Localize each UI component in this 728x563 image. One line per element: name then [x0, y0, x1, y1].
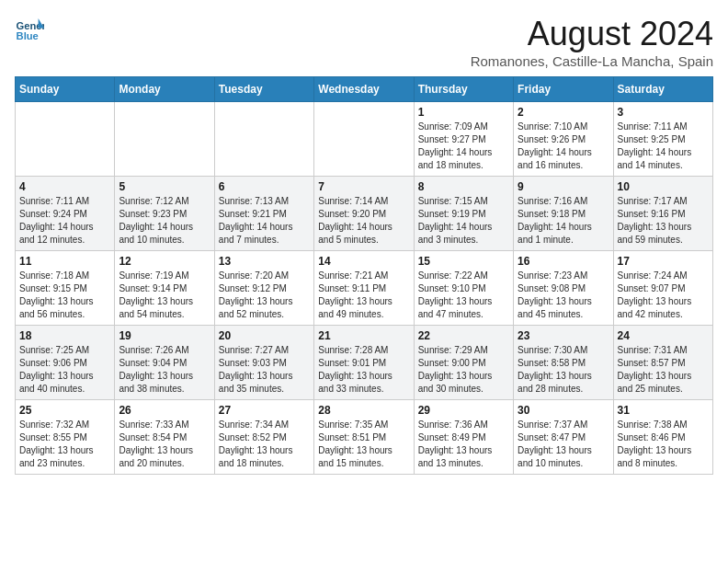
day-info: Sunrise: 7:29 AMSunset: 9:00 PMDaylight:…: [418, 344, 509, 396]
calendar-cell: 7Sunrise: 7:14 AMSunset: 9:20 PMDaylight…: [314, 177, 414, 251]
calendar-header: SundayMondayTuesdayWednesdayThursdayFrid…: [16, 77, 713, 102]
calendar-cell: 12Sunrise: 7:19 AMSunset: 9:14 PMDayligh…: [115, 251, 214, 326]
calendar-cell: 3Sunrise: 7:11 AMSunset: 9:25 PMDaylight…: [613, 102, 712, 177]
weekday-header-saturday: Saturday: [613, 77, 712, 102]
calendar-cell: 17Sunrise: 7:24 AMSunset: 9:07 PMDayligh…: [613, 251, 712, 326]
day-info: Sunrise: 7:31 AMSunset: 8:57 PMDaylight:…: [618, 344, 709, 396]
subtitle: Romanones, Castille-La Mancha, Spain: [471, 53, 713, 69]
day-info: Sunrise: 7:38 AMSunset: 8:46 PMDaylight:…: [618, 419, 709, 470]
day-number: 11: [19, 255, 110, 268]
calendar-cell: [314, 102, 414, 177]
day-number: 3: [618, 106, 709, 119]
calendar-cell: [115, 102, 214, 177]
day-number: 1: [418, 106, 509, 119]
day-info: Sunrise: 7:30 AMSunset: 8:58 PMDaylight:…: [518, 344, 609, 396]
day-number: 4: [19, 180, 110, 193]
day-info: Sunrise: 7:22 AMSunset: 9:10 PMDaylight:…: [418, 270, 509, 321]
day-info: Sunrise: 7:18 AMSunset: 9:15 PMDaylight:…: [19, 270, 110, 321]
calendar-table: SundayMondayTuesdayWednesdayThursdayFrid…: [15, 76, 713, 475]
weekday-header-row: SundayMondayTuesdayWednesdayThursdayFrid…: [16, 77, 713, 102]
day-info: Sunrise: 7:09 AMSunset: 9:27 PMDaylight:…: [418, 121, 509, 172]
day-number: 17: [618, 255, 709, 268]
day-number: 14: [318, 255, 409, 268]
calendar-cell: 23Sunrise: 7:30 AMSunset: 8:58 PMDayligh…: [514, 326, 613, 400]
calendar-cell: 27Sunrise: 7:34 AMSunset: 8:52 PMDayligh…: [214, 400, 313, 475]
calendar-cell: 19Sunrise: 7:26 AMSunset: 9:04 PMDayligh…: [115, 326, 214, 400]
day-number: 8: [418, 180, 509, 193]
calendar-cell: 15Sunrise: 7:22 AMSunset: 9:10 PMDayligh…: [414, 251, 513, 326]
day-number: 13: [219, 255, 310, 268]
day-info: Sunrise: 7:15 AMSunset: 9:19 PMDaylight:…: [418, 195, 509, 247]
day-info: Sunrise: 7:37 AMSunset: 8:47 PMDaylight:…: [518, 419, 609, 470]
day-info: Sunrise: 7:24 AMSunset: 9:07 PMDaylight:…: [618, 270, 709, 321]
day-info: Sunrise: 7:17 AMSunset: 9:16 PMDaylight:…: [618, 195, 709, 247]
logo-icon: General Blue: [15, 15, 44, 44]
day-number: 20: [219, 329, 310, 342]
calendar-cell: 30Sunrise: 7:37 AMSunset: 8:47 PMDayligh…: [514, 400, 613, 475]
day-info: Sunrise: 7:16 AMSunset: 9:18 PMDaylight:…: [518, 195, 609, 247]
day-info: Sunrise: 7:19 AMSunset: 9:14 PMDaylight:…: [119, 270, 210, 321]
calendar-body: 1Sunrise: 7:09 AMSunset: 9:27 PMDaylight…: [16, 102, 713, 475]
calendar-cell: 6Sunrise: 7:13 AMSunset: 9:21 PMDaylight…: [214, 177, 313, 251]
calendar-week-row: 18Sunrise: 7:25 AMSunset: 9:06 PMDayligh…: [16, 326, 713, 400]
title-area: August 2024 Romanones, Castille-La Manch…: [471, 15, 713, 69]
day-number: 18: [19, 329, 110, 342]
calendar-cell: 22Sunrise: 7:29 AMSunset: 9:00 PMDayligh…: [414, 326, 513, 400]
day-number: 10: [618, 180, 709, 193]
day-number: 6: [219, 180, 310, 193]
day-info: Sunrise: 7:11 AMSunset: 9:25 PMDaylight:…: [618, 121, 709, 172]
day-number: 2: [518, 106, 609, 119]
day-number: 31: [618, 404, 709, 417]
page-header: General Blue August 2024 Romanones, Cast…: [15, 15, 713, 69]
calendar-cell: 28Sunrise: 7:35 AMSunset: 8:51 PMDayligh…: [314, 400, 414, 475]
calendar-cell: 5Sunrise: 7:12 AMSunset: 9:23 PMDaylight…: [115, 177, 214, 251]
day-number: 7: [318, 180, 409, 193]
calendar-cell: 16Sunrise: 7:23 AMSunset: 9:08 PMDayligh…: [514, 251, 613, 326]
svg-text:Blue: Blue: [17, 30, 39, 41]
day-number: 25: [19, 404, 110, 417]
day-info: Sunrise: 7:27 AMSunset: 9:03 PMDaylight:…: [219, 344, 310, 396]
calendar-cell: 9Sunrise: 7:16 AMSunset: 9:18 PMDaylight…: [514, 177, 613, 251]
calendar-cell: 31Sunrise: 7:38 AMSunset: 8:46 PMDayligh…: [613, 400, 712, 475]
day-info: Sunrise: 7:32 AMSunset: 8:55 PMDaylight:…: [19, 419, 110, 470]
calendar-cell: 11Sunrise: 7:18 AMSunset: 9:15 PMDayligh…: [16, 251, 115, 326]
weekday-header-friday: Friday: [514, 77, 613, 102]
day-number: 22: [418, 329, 509, 342]
calendar-cell: [214, 102, 313, 177]
calendar-cell: 1Sunrise: 7:09 AMSunset: 9:27 PMDaylight…: [414, 102, 513, 177]
calendar-cell: 24Sunrise: 7:31 AMSunset: 8:57 PMDayligh…: [613, 326, 712, 400]
day-info: Sunrise: 7:21 AMSunset: 9:11 PMDaylight:…: [318, 270, 409, 321]
weekday-header-monday: Monday: [115, 77, 214, 102]
calendar-cell: 25Sunrise: 7:32 AMSunset: 8:55 PMDayligh…: [16, 400, 115, 475]
weekday-header-tuesday: Tuesday: [214, 77, 313, 102]
calendar-week-row: 4Sunrise: 7:11 AMSunset: 9:24 PMDaylight…: [16, 177, 713, 251]
day-number: 29: [418, 404, 509, 417]
calendar-week-row: 1Sunrise: 7:09 AMSunset: 9:27 PMDaylight…: [16, 102, 713, 177]
weekday-header-sunday: Sunday: [16, 77, 115, 102]
day-number: 24: [618, 329, 709, 342]
calendar-cell: 2Sunrise: 7:10 AMSunset: 9:26 PMDaylight…: [514, 102, 613, 177]
day-info: Sunrise: 7:20 AMSunset: 9:12 PMDaylight:…: [219, 270, 310, 321]
day-info: Sunrise: 7:10 AMSunset: 9:26 PMDaylight:…: [518, 121, 609, 172]
day-number: 30: [518, 404, 609, 417]
main-title: August 2024: [471, 15, 713, 53]
calendar-cell: 21Sunrise: 7:28 AMSunset: 9:01 PMDayligh…: [314, 326, 414, 400]
day-info: Sunrise: 7:33 AMSunset: 8:54 PMDaylight:…: [119, 419, 210, 470]
calendar-week-row: 25Sunrise: 7:32 AMSunset: 8:55 PMDayligh…: [16, 400, 713, 475]
day-info: Sunrise: 7:12 AMSunset: 9:23 PMDaylight:…: [119, 195, 210, 247]
day-info: Sunrise: 7:26 AMSunset: 9:04 PMDaylight:…: [119, 344, 210, 396]
day-info: Sunrise: 7:35 AMSunset: 8:51 PMDaylight:…: [318, 419, 409, 470]
day-info: Sunrise: 7:13 AMSunset: 9:21 PMDaylight:…: [219, 195, 310, 247]
calendar-cell: 14Sunrise: 7:21 AMSunset: 9:11 PMDayligh…: [314, 251, 414, 326]
calendar-cell: 4Sunrise: 7:11 AMSunset: 9:24 PMDaylight…: [16, 177, 115, 251]
day-number: 12: [119, 255, 210, 268]
day-info: Sunrise: 7:23 AMSunset: 9:08 PMDaylight:…: [518, 270, 609, 321]
calendar-cell: 13Sunrise: 7:20 AMSunset: 9:12 PMDayligh…: [214, 251, 313, 326]
day-number: 19: [119, 329, 210, 342]
calendar-cell: 26Sunrise: 7:33 AMSunset: 8:54 PMDayligh…: [115, 400, 214, 475]
weekday-header-wednesday: Wednesday: [314, 77, 414, 102]
calendar-cell: 8Sunrise: 7:15 AMSunset: 9:19 PMDaylight…: [414, 177, 513, 251]
weekday-header-thursday: Thursday: [414, 77, 513, 102]
day-number: 23: [518, 329, 609, 342]
calendar-cell: 18Sunrise: 7:25 AMSunset: 9:06 PMDayligh…: [16, 326, 115, 400]
